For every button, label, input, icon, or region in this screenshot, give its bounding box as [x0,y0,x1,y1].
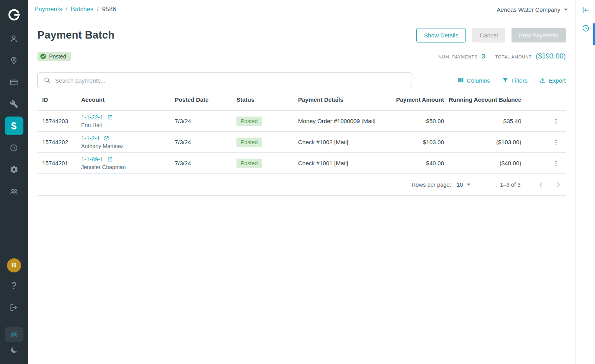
columns-button[interactable]: Columns [457,77,490,84]
kebab-icon [552,160,559,167]
cell-id: 15744203 [37,111,76,132]
cell-running-balance: ($103.00) [444,132,521,153]
user-avatar[interactable]: B [7,258,21,272]
search-input[interactable] [55,77,406,84]
row-actions-menu-button[interactable] [551,116,561,126]
account-link[interactable]: 1-1-22-1 [81,114,103,120]
cell-status: Posted [232,153,293,174]
help-button[interactable]: ? [5,278,23,293]
export-button[interactable]: Export [539,77,566,84]
moon-icon [10,346,18,354]
row-actions-menu-button[interactable] [551,137,561,147]
edge-blue-bar[interactable] [593,23,595,45]
people-icon [9,187,18,196]
page-title: Payment Batch [37,29,115,41]
cell-payment-amount: $50.00 [393,111,444,132]
cell-running-balance: ($40.00) [444,153,521,174]
account-name: Anthony Martinez [81,143,170,149]
cell-account: 1-1-2-1 Anthony Martinez [76,132,170,153]
column-header-status: Status [232,89,293,111]
cell-payment-details: Check #1002 [Mail] [293,132,393,153]
table-toolbar: Columns Filters Export [37,72,566,88]
sidebar-item-billing[interactable] [5,73,23,92]
cell-status: Posted [232,132,293,153]
app-logo-icon[interactable] [6,7,22,23]
cell-payment-details: Money Order #1000009 [Mail] [293,111,393,132]
cell-id: 15744201 [37,153,76,174]
sidebar-item-history[interactable] [5,138,23,157]
history-panel-button[interactable] [576,20,595,36]
breadcrumb-link-batches[interactable]: Batches [71,6,94,13]
show-details-button[interactable]: Show Details [416,28,466,42]
column-header-id: ID [37,89,76,111]
cell-running-balance: $35.40 [444,111,521,132]
sun-icon [10,330,18,339]
account-name: Jennifer Chapman [81,164,170,170]
next-page-button[interactable] [554,180,563,189]
company-name: Aeneas Water Company [497,6,560,13]
cell-payment-amount: $40.00 [393,153,444,174]
column-header-actions [521,89,566,111]
column-header-running-balance: Running Account Balance [444,89,521,111]
post-payments-button[interactable]: Post Payments [512,28,566,42]
num-payments-value: 3 [481,53,485,60]
cell-payment-amount: $103.00 [393,132,444,153]
table-row: 15744203 1-1-22-1 Erin Hall 7/3/24 Poste… [37,111,566,132]
columns-icon [457,77,464,84]
rows-per-page-select[interactable]: 10 [456,182,470,188]
cell-posted-date: 7/3/24 [170,132,232,153]
status-badge-label: Posted [49,53,66,60]
chevron-right-icon [554,180,563,189]
light-mode-button[interactable] [5,327,23,342]
sidebar-item-tools[interactable] [5,95,23,113]
filters-button[interactable]: Filters [502,77,528,84]
topbar: Payments / Batches / 9586 Aeneas Water C… [28,0,575,19]
breadcrumb-link-payments[interactable]: Payments [34,6,62,13]
pager-buttons [537,180,563,189]
sidebar-item-settings[interactable] [5,160,23,179]
column-header-payment-details: Payment Details [293,89,393,111]
help-icon: ? [11,281,16,290]
row-actions-menu-button[interactable] [551,158,561,168]
previous-page-button[interactable] [537,180,545,189]
rows-per-page-value: 10 [456,182,463,188]
location-pin-icon [9,56,18,65]
sidebar-item-locations[interactable] [5,51,23,70]
total-amount-value: ($193.00) [536,52,566,60]
gear-icon [10,165,18,174]
dark-mode-button[interactable] [5,342,23,358]
cell-status: Posted [232,111,293,132]
cell-account: 1-1-89-1 Jennifer Chapman [76,153,170,174]
cell-payment-details: Check #1001 [Mail] [293,153,393,174]
main-area: Payments / Batches / 9586 Aeneas Water C… [28,0,575,364]
table-header-row: ID Account Posted Date Status Payment De… [37,89,566,111]
filter-icon [502,77,509,84]
cancel-button[interactable]: Cancel [472,28,505,42]
right-panel-strip [575,0,595,364]
account-link[interactable]: 1-1-89-1 [81,156,103,163]
rows-per-page-label: Rows per page: [412,182,451,188]
external-link-icon [107,156,113,163]
external-link-icon [107,114,113,120]
payments-table: ID Account Posted Date Status Payment De… [37,89,566,174]
account-link[interactable]: 1-1-2-1 [81,135,100,141]
breadcrumb-separator: / [97,6,98,13]
sidebar-bottom: B ? [5,258,23,364]
breadcrumb-current: 9586 [102,6,116,13]
chevron-down-icon [467,184,471,186]
column-header-posted-date: Posted Date [170,89,232,111]
sidebar-item-payments[interactable]: $ [5,117,23,135]
toolbar-actions: Columns Filters Export [457,77,566,84]
kebab-icon [552,139,559,146]
cell-posted-date: 7/3/24 [170,111,232,132]
sidebar-item-accounts[interactable] [5,29,23,48]
logout-button[interactable] [5,300,23,315]
company-selector[interactable]: Aeneas Water Company [497,6,568,13]
header-actions: Show Details Cancel Post Payments [416,28,566,42]
page-content: Payment Batch Show Details Cancel Post P… [28,19,575,196]
title-row: Payment Batch Show Details Cancel Post P… [37,28,566,42]
search-icon [43,76,51,84]
download-icon [539,77,546,84]
sidebar-item-users[interactable] [5,182,23,201]
collapse-panel-button[interactable] [576,2,595,18]
